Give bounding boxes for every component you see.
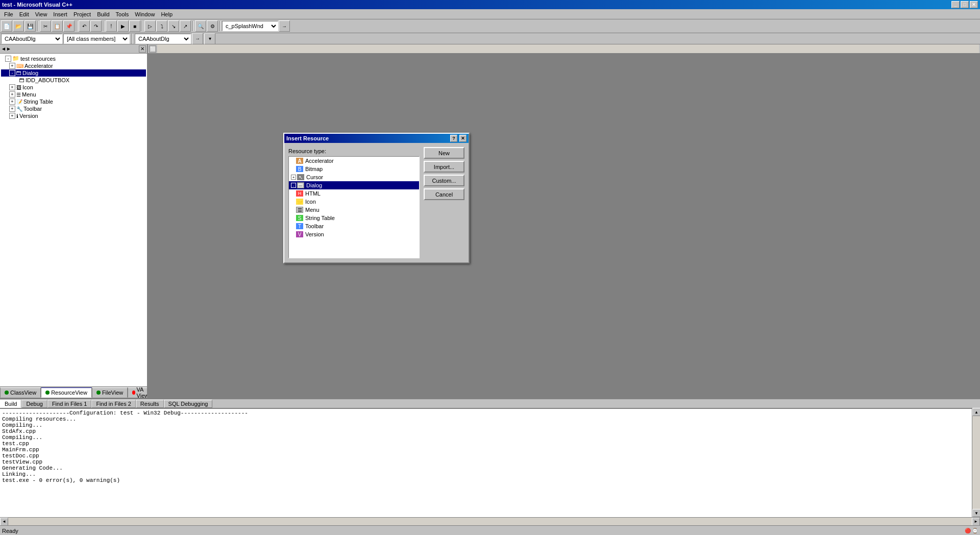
system-tray: 🔴 ⌚ [965, 528, 978, 533]
members-dropdown[interactable]: [All class members] [63, 34, 130, 44]
string-toggle[interactable]: + [9, 99, 15, 105]
close-button[interactable]: ✕ [970, 1, 978, 8]
paste-button[interactable]: 📌 [63, 20, 75, 32]
copy-button[interactable]: 📋 [52, 20, 63, 32]
tree-version[interactable]: + ℹ Version [1, 112, 146, 119]
res-bitmap[interactable]: B Bitmap [289, 165, 419, 173]
step-in-button[interactable]: ↘ [168, 20, 179, 32]
dialog-help-button[interactable]: ? [450, 135, 457, 142]
vaview-tab[interactable]: VA View [128, 387, 147, 398]
tree-menu[interactable]: + ☰ Menu [1, 91, 146, 98]
scroll-track[interactable] [972, 416, 980, 509]
output-section: Build Debug Find in Files 1 Find in File… [0, 398, 980, 525]
tree-accelerator[interactable]: + ⌨ Accelerator [1, 62, 146, 69]
stop-button[interactable]: ■ [129, 20, 140, 32]
res-html[interactable]: H HTML [289, 189, 419, 198]
status-bar: Ready 🔴 ⌚ [0, 525, 980, 535]
build-button[interactable]: ▶ [117, 20, 129, 32]
maximize-button[interactable]: □ [961, 1, 969, 8]
scroll-up-button[interactable]: ▲ [972, 408, 980, 416]
menu-build[interactable]: Build [94, 10, 112, 18]
res-toolbar[interactable]: T Toolbar [289, 222, 419, 230]
tree-root[interactable]: - 📁 test resources [1, 55, 146, 62]
dialog-expand-toggle[interactable]: - [291, 183, 296, 188]
output-hscrollbar: ◄ ► [0, 517, 980, 525]
class-dropdown2[interactable]: CAAboutDlg [135, 34, 191, 44]
toolbar-toggle[interactable]: + [9, 106, 15, 112]
results-tab[interactable]: Results [136, 400, 164, 408]
class-dropdown[interactable]: CAAboutDlg [1, 34, 62, 44]
class-selector[interactable]: c_pSplashWnd [222, 21, 278, 31]
find1-tab[interactable]: Find in Files 1 [47, 400, 91, 408]
find-button[interactable]: 🔍 [195, 20, 206, 32]
scroll-down-button[interactable]: ▼ [972, 509, 980, 517]
classview-tab[interactable]: ClassView [0, 387, 41, 398]
menu-window[interactable]: Window [132, 10, 158, 18]
tree-string-table[interactable]: + 📝 String Table [1, 98, 146, 105]
menu-insert[interactable]: Insert [50, 10, 70, 18]
res-icon[interactable]: ⭐ Icon [289, 198, 419, 206]
res-menu[interactable]: ☰ Menu [289, 206, 419, 214]
compile-button[interactable]: ! [106, 20, 117, 32]
menu-view[interactable]: View [32, 10, 51, 18]
hscroll-track[interactable] [8, 518, 972, 525]
dialog-toggle[interactable]: - [9, 70, 15, 76]
step-out-button[interactable]: ↗ [180, 20, 191, 32]
accelerator-toggle[interactable]: + [9, 63, 15, 69]
tree-toolbar[interactable]: + 🔧 Toolbar [1, 105, 146, 112]
build-tab[interactable]: Build [0, 400, 21, 408]
menu-project[interactable]: Project [70, 10, 94, 18]
new-button[interactable]: New [424, 147, 464, 159]
resourceview-tab[interactable]: ResourceView [41, 387, 92, 398]
menu-help[interactable]: Help [158, 10, 176, 18]
scroll-right-button[interactable]: ► [972, 518, 980, 526]
debug-button[interactable]: ▷ [144, 20, 156, 32]
resource-type-list[interactable]: A Accelerator B Bitmap + ↖ Cursor - [288, 156, 420, 258]
cursor-expand-toggle[interactable]: + [291, 175, 296, 180]
dialog-close-button[interactable]: ✕ [459, 135, 467, 142]
menu-file[interactable]: File [1, 10, 16, 18]
dialog-body: Resource type: A Accelerator B Bitmap + [284, 143, 469, 262]
cancel-button[interactable]: Cancel [424, 188, 464, 200]
root-toggle[interactable]: - [5, 56, 11, 62]
open-button[interactable]: 📂 [13, 20, 24, 32]
step-over-button[interactable]: ⤵ [156, 20, 167, 32]
class-wizard-button[interactable]: ⚙ [207, 20, 218, 32]
res-accelerator[interactable]: A Accelerator [289, 157, 419, 165]
output-line-4: Compiling... [2, 434, 970, 441]
res-cursor[interactable]: + ↖ Cursor [289, 173, 419, 181]
cut-button[interactable]: ✂ [40, 20, 51, 32]
menu-tools[interactable]: Tools [113, 10, 132, 18]
res-dialog[interactable]: - 🗔 Dialog [289, 181, 419, 189]
fileview-tab[interactable]: FileView [92, 387, 128, 398]
panel-arrows: ◄► [1, 46, 11, 52]
tree-idd-aboutbox[interactable]: 🗔 IDD_ABOUTBOX [1, 77, 146, 84]
import-button[interactable]: Import... [424, 161, 464, 173]
debug-tab[interactable]: Debug [21, 400, 47, 408]
find2-tab[interactable]: Find in Files 2 [91, 400, 135, 408]
sql-tab[interactable]: SQL Debugging [164, 400, 213, 408]
minimize-button[interactable]: _ [951, 1, 960, 8]
undo-button[interactable]: ↶ [79, 20, 90, 32]
addr-options-button[interactable]: ▾ [204, 33, 215, 44]
icon-toggle[interactable]: + [9, 84, 15, 90]
tree-dialog[interactable]: - 🗔 Dialog [1, 69, 146, 77]
version-toggle[interactable]: + [9, 113, 15, 119]
custom-button[interactable]: Custom... [424, 175, 464, 186]
menu-toggle[interactable]: + [9, 91, 15, 98]
save-button[interactable]: 💾 [24, 20, 36, 32]
output-content[interactable]: --------------------Configuration: test … [0, 408, 972, 517]
addr-go-button[interactable]: → [192, 33, 203, 44]
output-line-5: test.cpp [2, 441, 970, 447]
menu-edit[interactable]: Edit [16, 10, 32, 18]
new-file-button[interactable]: 📄 [1, 20, 12, 32]
tree-icon[interactable]: + 🖼 Icon [1, 84, 146, 91]
ruler-area [157, 44, 979, 53]
main-toolbar: 📄 📂 💾 ✂ 📋 📌 ↶ ↷ ! ▶ ■ ▷ ⤵ ↘ ↗ 🔍 ⚙ c_pSpl… [0, 19, 980, 33]
res-string-table[interactable]: S String Table [289, 214, 419, 222]
redo-button[interactable]: ↷ [90, 20, 102, 32]
scroll-left-button[interactable]: ◄ [0, 518, 8, 526]
panel-close-button[interactable]: ✕ [139, 45, 146, 53]
members-go-button[interactable]: → [279, 20, 290, 32]
res-version[interactable]: V Version [289, 230, 419, 238]
